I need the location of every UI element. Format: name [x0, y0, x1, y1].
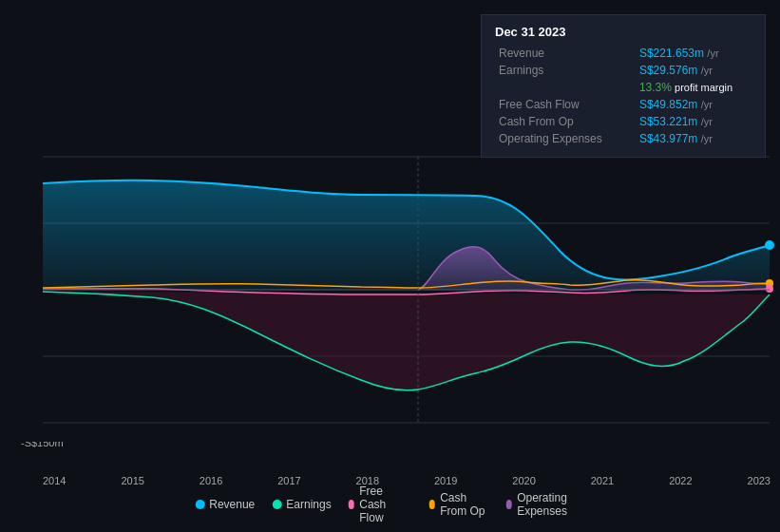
- info-panel: Dec 31 2023 Revenue S$221.653m /yr Earni…: [481, 14, 766, 158]
- earnings-label: Earnings: [495, 62, 636, 79]
- chart-svg: [0, 147, 780, 442]
- revenue-label: Revenue: [495, 45, 636, 62]
- date-header: Dec 31 2023: [495, 25, 751, 39]
- legend-dot-fcf: [349, 500, 355, 509]
- legend-item-cash-from-op: Cash From Op: [429, 491, 489, 518]
- legend-dot-opex: [506, 500, 513, 509]
- cash-from-op-label: Cash From Op: [495, 113, 636, 130]
- metrics-table: Revenue S$221.653m /yr Earnings S$29.576…: [495, 45, 751, 147]
- operating-expenses-row: Operating Expenses S$43.977m /yr: [495, 130, 751, 147]
- revenue-row: Revenue S$221.653m /yr: [495, 45, 751, 62]
- legend-dot-cfo: [429, 500, 436, 509]
- legend-label-cfo: Cash From Op: [440, 491, 488, 518]
- revenue-value: S$221.653m /yr: [636, 45, 751, 62]
- legend-dot-revenue: [195, 500, 204, 509]
- x-tick-2015: 2015: [121, 475, 143, 486]
- operating-expenses-value: S$43.977m /yr: [636, 130, 751, 147]
- x-tick-2014: 2014: [43, 475, 66, 486]
- legend-item-revenue: Revenue: [195, 498, 255, 511]
- x-tick-2022: 2022: [669, 475, 692, 486]
- profit-margin-row: 13.3% profit margin: [495, 79, 751, 96]
- legend-item-earnings: Earnings: [272, 498, 331, 511]
- x-tick-2023: 2023: [748, 475, 770, 486]
- earnings-value: S$29.576m /yr: [636, 62, 751, 79]
- x-tick-2021: 2021: [591, 475, 614, 486]
- legend-label-revenue: Revenue: [209, 498, 255, 511]
- legend-label-fcf: Free Cash Flow: [359, 484, 411, 524]
- free-cash-flow-label: Free Cash Flow: [495, 96, 636, 113]
- legend-dot-earnings: [272, 500, 281, 509]
- legend-item-free-cash-flow: Free Cash Flow: [349, 484, 412, 524]
- svg-point-6: [765, 240, 774, 250]
- svg-point-9: [766, 285, 773, 293]
- profit-margin-value: 13.3% profit margin: [636, 79, 751, 96]
- legend-item-op-expenses: Operating Expenses: [506, 491, 585, 518]
- free-cash-flow-row: Free Cash Flow S$49.852m /yr: [495, 96, 751, 113]
- operating-expenses-label: Operating Expenses: [495, 130, 636, 147]
- chart-legend: Revenue Earnings Free Cash Flow Cash Fro…: [195, 484, 585, 524]
- cash-from-op-value: S$53.221m /yr: [636, 113, 751, 130]
- legend-label-earnings: Earnings: [286, 498, 331, 511]
- earnings-row: Earnings S$29.576m /yr: [495, 62, 751, 79]
- cash-from-op-row: Cash From Op S$53.221m /yr: [495, 113, 751, 130]
- legend-label-opex: Operating Expenses: [517, 491, 585, 518]
- free-cash-flow-value: S$49.852m /yr: [636, 96, 751, 113]
